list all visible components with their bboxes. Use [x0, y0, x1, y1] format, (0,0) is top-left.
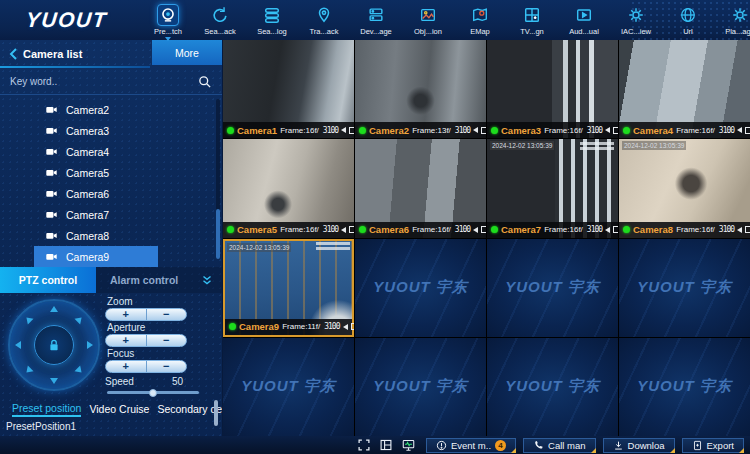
- audio-visual-icon: [573, 4, 595, 26]
- search-icon[interactable]: [197, 74, 212, 89]
- nav-tvwall[interactable]: TV...gn: [509, 4, 555, 36]
- track-icon: [313, 4, 335, 26]
- stream-mode-icon[interactable]: [481, 127, 486, 134]
- empty-tile[interactable]: YUOUT 宇东: [619, 239, 750, 337]
- tree-scrollbar-thumb[interactable]: [216, 209, 220, 259]
- audio-icon[interactable]: [341, 127, 346, 133]
- audio-icon[interactable]: [737, 227, 742, 233]
- empty-tile[interactable]: YUOUT 宇东: [355, 239, 486, 337]
- audio-icon[interactable]: [605, 127, 610, 133]
- back-chevron-icon[interactable]: [8, 48, 18, 60]
- nav-audio-visual[interactable]: Aud...ual: [561, 4, 607, 36]
- stream-mode-icon[interactable]: [613, 226, 618, 233]
- empty-tile[interactable]: YUOUT 宇东: [619, 338, 750, 436]
- video-tile-camera6[interactable]: Camera6 Frame:16f/ 3100: [355, 139, 486, 237]
- ptz-upleft-arrow[interactable]: [24, 315, 34, 325]
- empty-tile[interactable]: YUOUT 宇东: [355, 338, 486, 436]
- nav-iac-view[interactable]: IAC...iew: [613, 4, 659, 36]
- empty-tile[interactable]: YUOUT 宇东: [487, 338, 618, 436]
- stream-mode-icon[interactable]: [745, 127, 750, 134]
- tab-preset-position[interactable]: Preset position: [12, 402, 81, 417]
- aperture-minus-button[interactable]: −: [147, 335, 187, 346]
- audio-icon[interactable]: [473, 227, 478, 233]
- collapse-chevrons-icon[interactable]: [200, 273, 214, 287]
- audio-icon[interactable]: [473, 127, 478, 133]
- search-input[interactable]: [0, 76, 197, 87]
- stream-mode-icon[interactable]: [351, 323, 355, 330]
- speed-slider-thumb[interactable]: [149, 389, 157, 397]
- tab-ptz-control[interactable]: PTZ control: [0, 267, 96, 293]
- ptz-right-arrow[interactable]: [87, 341, 93, 349]
- ptz-up-arrow[interactable]: [50, 306, 58, 312]
- tab-video-cruise[interactable]: Video Cruise: [89, 403, 149, 415]
- nav-track-playback[interactable]: Tra...ack: [301, 4, 347, 36]
- video-tile-camera5[interactable]: Camera5 Frame:16f/ 3100: [223, 139, 354, 237]
- nav-preview-watch[interactable]: Pre...tch: [145, 4, 191, 36]
- stream-mode-icon[interactable]: [349, 226, 354, 233]
- preset-scrollbar-thumb[interactable]: [214, 400, 218, 426]
- zoom-minus-button[interactable]: −: [147, 309, 187, 320]
- audio-icon[interactable]: [343, 324, 348, 330]
- audio-icon[interactable]: [737, 127, 742, 133]
- ptz-left-arrow[interactable]: [15, 341, 21, 349]
- audio-icon[interactable]: [605, 227, 610, 233]
- download-button[interactable]: Downloa: [603, 438, 675, 453]
- call-manage-button[interactable]: Call man: [523, 438, 596, 453]
- nav-object-recognition[interactable]: Obj...ion: [405, 4, 451, 36]
- export-button[interactable]: Export: [682, 438, 744, 453]
- tree-item-camera8[interactable]: Camera8: [0, 225, 222, 246]
- monitor-pulse-icon[interactable]: [401, 438, 416, 452]
- preset-item-1[interactable]: PresetPosition1: [6, 419, 222, 434]
- video-tile-camera2[interactable]: Camera2 Frame:13f/ 3100: [355, 40, 486, 138]
- tree-item-camera6[interactable]: Camera6: [0, 183, 222, 204]
- stream-mode-icon[interactable]: [745, 226, 750, 233]
- ptz-downright-arrow[interactable]: [75, 366, 85, 376]
- tile-label-bar: Camera5 Frame:16f/ 3100: [223, 222, 354, 238]
- nav-emap[interactable]: EMap: [457, 4, 503, 36]
- event-message-button[interactable]: Event m.. 4: [426, 438, 516, 453]
- more-button[interactable]: More: [152, 40, 222, 65]
- online-status-dot: [623, 226, 630, 233]
- zoom-plus-button[interactable]: +: [106, 309, 147, 320]
- ptz-upright-arrow[interactable]: [75, 315, 85, 325]
- ptz-downleft-arrow[interactable]: [24, 366, 34, 376]
- ptz-lock-button[interactable]: [34, 325, 74, 365]
- tree-item-camera5[interactable]: Camera5: [0, 162, 222, 183]
- aperture-plus-button[interactable]: +: [106, 335, 147, 346]
- video-tile-camera7[interactable]: 2024-12-02 13:05:39 Camera7 Frame:16f/ 3…: [487, 139, 618, 237]
- layout-icon[interactable]: [379, 438, 393, 452]
- tab-alarm-control[interactable]: Alarm control: [110, 274, 178, 286]
- tree-item-camera3[interactable]: Camera3: [0, 120, 222, 141]
- video-tile-camera3[interactable]: Camera3 Frame:16f/ 3100: [487, 40, 618, 138]
- video-tile-camera4[interactable]: Camera4 Frame:16f/ 3100: [619, 40, 750, 138]
- tree-scrollbar[interactable]: [216, 99, 220, 259]
- tab-secondary-dev[interactable]: Secondary dev: [157, 403, 222, 415]
- nav-device-manage[interactable]: Dev...age: [353, 4, 399, 36]
- empty-tile[interactable]: YUOUT 宇东: [223, 338, 354, 436]
- bottom-bar: Event m.. 4 Call man Downloa Export: [0, 436, 750, 454]
- nav-search-log[interactable]: Sea...log: [249, 4, 295, 36]
- empty-tile[interactable]: YUOUT 宇东: [487, 239, 618, 337]
- tree-item-camera2[interactable]: Camera2: [0, 99, 222, 120]
- fullscreen-icon[interactable]: [357, 438, 371, 452]
- stream-mode-icon[interactable]: [613, 127, 618, 134]
- tvwall-icon: [521, 4, 543, 26]
- tree-item-camera9-selected[interactable]: Camera9: [0, 246, 222, 267]
- nav-plan-manage[interactable]: Pla...age: [717, 4, 750, 36]
- focus-minus-button[interactable]: −: [147, 361, 187, 372]
- stream-mode-icon[interactable]: [349, 127, 354, 134]
- video-tile-camera1[interactable]: Camera1 Frame:16f/ 3100: [223, 40, 354, 138]
- ptz-down-arrow[interactable]: [50, 378, 58, 384]
- audio-icon[interactable]: [341, 227, 346, 233]
- tree-item-camera4[interactable]: Camera4: [0, 141, 222, 162]
- nav-search-playback[interactable]: Sea...ack: [197, 4, 243, 36]
- video-tile-camera8[interactable]: 2024-12-02 13:05:39 Camera8 Frame:16f/ 3…: [619, 139, 750, 237]
- ptz-joystick[interactable]: [8, 299, 100, 391]
- tree-item-camera7[interactable]: Camera7: [0, 204, 222, 225]
- bottom-quick-icons: [357, 438, 416, 452]
- stream-mode-icon[interactable]: [481, 226, 486, 233]
- video-tile-camera9-selected[interactable]: 2024-12-02 13:05:39 Camera9 Frame:11f/ 3…: [223, 239, 354, 337]
- speed-slider[interactable]: [107, 391, 199, 394]
- nav-url[interactable]: Url: [665, 4, 711, 36]
- focus-plus-button[interactable]: +: [106, 361, 147, 372]
